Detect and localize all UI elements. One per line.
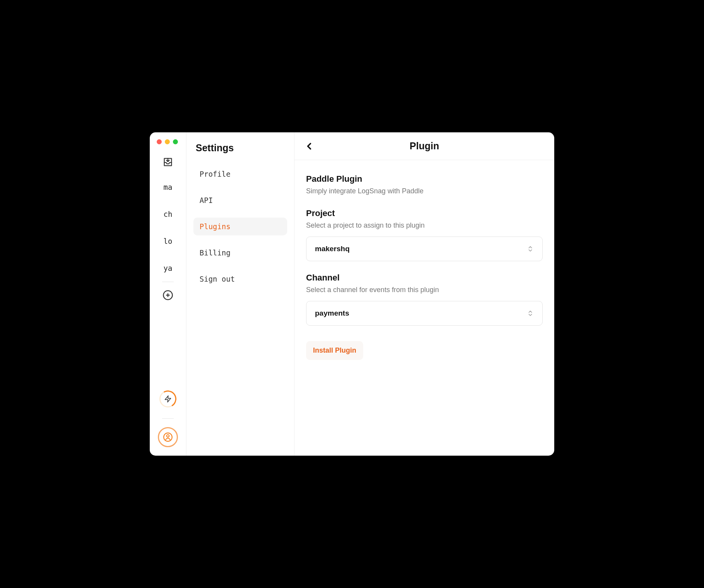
nav-item-api[interactable]: API [193,191,287,209]
nav-item-signout[interactable]: Sign out [193,270,287,288]
chevron-updown-icon [527,310,534,317]
project-heading: Project [306,208,543,218]
inbox-icon[interactable] [162,157,173,167]
main-body: Paddle Plugin Simply integrate LogSnag w… [294,160,554,374]
main-header: Plugin [294,132,554,160]
window-close[interactable] [157,139,162,144]
nav-item-plugins[interactable]: Plugins [193,218,287,235]
rail-items: ma ch lo ya [164,183,173,272]
back-button[interactable] [304,141,315,152]
rail-divider-bottom [162,418,174,419]
install-plugin-button[interactable]: Install Plugin [306,341,363,360]
rail-item-3[interactable]: ya [164,264,173,272]
project-sub: Select a project to assign to this plugi… [306,221,543,230]
app-window: ma ch lo ya Settings [150,132,554,456]
channel-select[interactable]: payments [306,301,543,326]
activity-icon[interactable] [159,390,176,407]
project-select[interactable]: makershq [306,237,543,261]
nav-item-profile[interactable]: Profile [193,165,287,183]
settings-sidebar: Settings Profile API Plugins Billing Sig… [186,132,294,456]
project-field: Project Select a project to assign to th… [306,208,543,261]
settings-title: Settings [193,142,287,154]
nav-item-billing[interactable]: Billing [193,244,287,262]
rail-item-1[interactable]: ch [164,210,173,218]
rail-item-2[interactable]: lo [164,237,173,245]
project-select-value: makershq [315,245,350,253]
plugin-sub: Simply integrate LogSnag with Paddle [306,187,543,195]
channel-select-value: payments [315,309,349,318]
rail-divider [162,282,174,282]
window-controls [150,139,178,144]
window-minimize[interactable] [165,139,170,144]
rail: ma ch lo ya [150,132,186,456]
channel-sub: Select a channel for events from this pl… [306,286,543,294]
user-avatar-icon[interactable] [158,427,178,447]
plugin-heading: Paddle Plugin [306,174,543,184]
window-maximize[interactable] [173,139,178,144]
page-title: Plugin [410,140,439,152]
settings-nav: Profile API Plugins Billing Sign out [193,165,287,288]
chevron-updown-icon [527,245,534,252]
add-icon[interactable] [162,290,173,301]
channel-field: Channel Select a channel for events from… [306,273,543,326]
svg-marker-1 [165,396,171,402]
channel-heading: Channel [306,273,543,283]
main-panel: Plugin Paddle Plugin Simply integrate Lo… [294,132,554,456]
svg-point-3 [167,435,169,438]
rail-item-0[interactable]: ma [164,183,173,191]
